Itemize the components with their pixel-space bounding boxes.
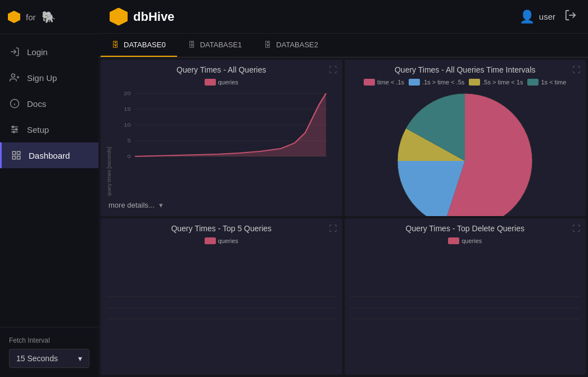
- info-icon: [9, 98, 20, 109]
- card-top5-queries: Query Times - Top 5 Queries ⛶ queries: [101, 218, 342, 375]
- tab-database1[interactable]: 🗄 DATABASE1: [177, 34, 254, 57]
- legend-color-delete: [448, 237, 459, 244]
- postgres-icon: 🐘: [42, 10, 56, 24]
- pie-chart-container: [350, 88, 581, 216]
- header-logo: dbHive: [110, 8, 519, 26]
- card-header-top5: Query Times - Top 5 Queries: [106, 224, 337, 233]
- legend-color-queries: [205, 79, 216, 86]
- card-header-all: Query Times - All Queries: [106, 65, 337, 74]
- chevron-down-icon: ▾: [78, 354, 82, 363]
- sidebar-item-dashboard[interactable]: Dashboard: [0, 142, 98, 168]
- sidebar-item-label-signup: Sign Up: [27, 73, 57, 83]
- dashboard-icon: [11, 150, 22, 161]
- card-top-delete-queries: Query Times - Top Delete Queries ⛶ queri…: [345, 218, 586, 375]
- legend-label-top5: queries: [218, 237, 238, 244]
- expand-button-delete[interactable]: ⛶: [571, 223, 581, 234]
- db-icon-0: 🗄: [112, 41, 119, 49]
- fetch-interval-section: Fetch Interval 15 Seconds ▾: [0, 327, 98, 377]
- legend-all: queries: [106, 79, 337, 86]
- legend-label-queries: queries: [218, 79, 238, 86]
- header-right: 👤 user: [519, 9, 577, 24]
- svg-text:5: 5: [127, 138, 131, 143]
- svg-rect-15: [12, 156, 15, 159]
- card-title-all: Query Times - All Queries: [106, 65, 337, 74]
- sign-in-icon: [9, 46, 20, 57]
- svg-text:10: 10: [124, 122, 131, 128]
- card-title-intervals: Query Times - All Queries Time Intervals: [350, 65, 581, 74]
- tab-label-1: DATABASE1: [200, 41, 242, 49]
- legend-color-01-05: [409, 79, 420, 86]
- fetch-interval-label: Fetch Interval: [9, 336, 89, 344]
- logout-button[interactable]: [564, 9, 577, 24]
- user-avatar-icon: 👤: [519, 10, 535, 24]
- tab-label-2: DATABASE2: [276, 41, 318, 49]
- header: dbHive 👤 user: [98, 0, 588, 34]
- main-content: dbHive 👤 user 🗄 DATABASE0 🗄 DATABASE1: [98, 0, 588, 377]
- line-chart-svg: 20 15 10 5 0: [114, 88, 337, 167]
- legend-color-05-1: [469, 79, 480, 86]
- database-tabs: 🗄 DATABASE0 🗄 DATABASE1 🗄 DATABASE2: [98, 34, 588, 57]
- sidebar-item-label-docs: Docs: [27, 99, 46, 109]
- sidebar-item-signup[interactable]: Sign Up: [0, 65, 98, 91]
- legend-label-lt01: time < .1s: [377, 79, 404, 86]
- svg-point-11: [16, 129, 17, 131]
- legend-delete: queries: [350, 237, 581, 244]
- dashboard-grid: Query Times - All Queries ⛶ queries quer…: [98, 57, 588, 377]
- svg-rect-16: [17, 156, 20, 159]
- tab-database0[interactable]: 🗄 DATABASE0: [101, 34, 177, 57]
- legend-label-gt1: 1s < time: [541, 79, 566, 86]
- more-details-link[interactable]: more details... ▾: [106, 200, 337, 210]
- header-logo-hex: [110, 8, 128, 26]
- y-axis-label-all: query times [seconds]: [106, 147, 112, 196]
- sidebar-item-label-setup: Setup: [27, 125, 49, 134]
- svg-point-12: [13, 131, 15, 133]
- expand-button-intervals[interactable]: ⛶: [571, 64, 581, 75]
- setup-icon: [9, 124, 20, 135]
- header-title: dbHive: [133, 10, 174, 24]
- chart-content-all: 20 15 10 5 0: [114, 88, 337, 196]
- svg-text:15: 15: [124, 106, 131, 112]
- sign-up-icon: [9, 72, 20, 83]
- legend-top5: queries: [106, 237, 337, 244]
- legend-color-lt01: [364, 79, 375, 86]
- legend-item-05-1: .5s > time < 1s: [469, 79, 523, 86]
- expand-button-all[interactable]: ⛶: [328, 64, 338, 75]
- fetch-interval-dropdown[interactable]: 15 Seconds ▾: [9, 349, 89, 368]
- card-content-top5: [106, 246, 337, 369]
- header-username: user: [539, 12, 555, 21]
- tab-label-0: DATABASE0: [124, 41, 166, 49]
- more-details-label: more details...: [108, 201, 155, 209]
- sidebar: for 🐘 Login Sig: [0, 0, 98, 377]
- sidebar-item-label-login: Login: [27, 47, 48, 57]
- sidebar-item-docs[interactable]: Docs: [0, 91, 98, 116]
- fetch-interval-value: 15 Seconds: [16, 354, 58, 363]
- legend-label-delete: queries: [462, 237, 482, 244]
- legend-intervals: time < .1s .1s > time < .5s .5s > time <…: [350, 79, 581, 86]
- sidebar-item-label-dashboard: Dashboard: [29, 151, 70, 160]
- delete-chart-svg: [350, 291, 581, 325]
- legend-item-top5-queries: queries: [205, 237, 238, 244]
- chart-area-all: query times [seconds] 20 15 10 5: [106, 88, 337, 196]
- legend-item-gt1: 1s < time: [527, 79, 566, 86]
- sidebar-navigation: Login Sign Up Docs: [0, 34, 98, 327]
- logo-hex-icon: [8, 11, 20, 23]
- top5-chart-svg: [106, 291, 337, 325]
- legend-item-queries: queries: [205, 79, 238, 86]
- db-icon-1: 🗄: [188, 41, 196, 49]
- sidebar-item-login[interactable]: Login: [0, 39, 98, 65]
- expand-button-top5[interactable]: ⛶: [328, 223, 338, 234]
- card-content-delete: [350, 246, 581, 369]
- card-query-times-all: Query Times - All Queries ⛶ queries quer…: [101, 60, 342, 216]
- sidebar-item-setup[interactable]: Setup: [0, 116, 98, 142]
- svg-rect-13: [12, 151, 15, 154]
- legend-label-05-1: .5s > time < 1s: [482, 79, 523, 86]
- svg-point-10: [12, 126, 14, 128]
- header-user: 👤 user: [519, 10, 555, 24]
- pie-chart-svg: [392, 88, 538, 216]
- tab-database2[interactable]: 🗄 DATABASE2: [253, 34, 329, 57]
- sidebar-logo: for 🐘: [0, 0, 98, 34]
- legend-color-gt1: [527, 79, 539, 86]
- card-title-top5: Query Times - Top 5 Queries: [106, 224, 337, 233]
- legend-item-delete-queries: queries: [448, 237, 482, 244]
- sidebar-for-label: for: [26, 12, 36, 22]
